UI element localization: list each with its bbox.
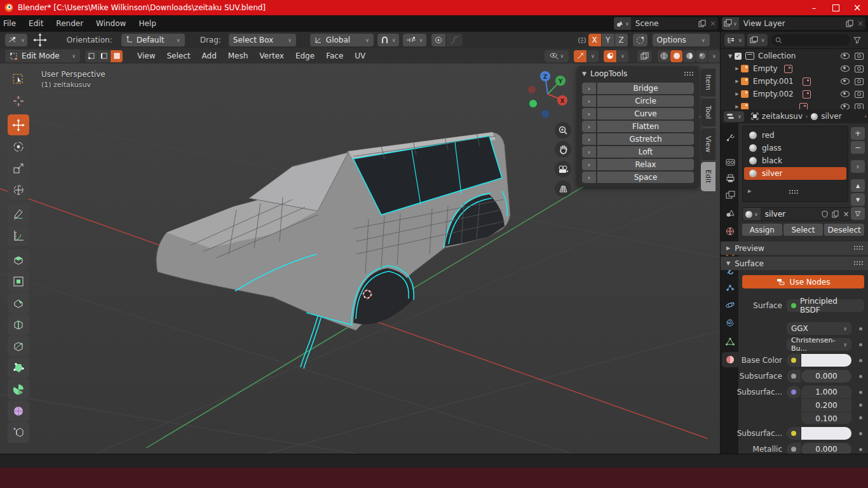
- active-tool-dropdown[interactable]: ∨: [5, 34, 27, 46]
- slot-move-up-button[interactable]: ▲: [851, 179, 865, 192]
- sidebar-tab-edit[interactable]: Edit: [701, 162, 715, 191]
- maximize-button[interactable]: [825, 0, 846, 15]
- minimize-button[interactable]: –: [803, 0, 825, 15]
- view-layer-selector[interactable]: ∨ View Layer ×: [722, 17, 865, 30]
- menu-help[interactable]: Help: [132, 15, 162, 32]
- rendered-shading-button[interactable]: [696, 50, 708, 62]
- measure-tool[interactable]: [8, 225, 29, 246]
- gizmo-dropdown[interactable]: ∨: [587, 50, 599, 62]
- sidebar-tab-tool[interactable]: Tool: [701, 98, 715, 126]
- sss-color-socket[interactable]: [787, 427, 801, 440]
- loft-expand-icon[interactable]: ›: [582, 146, 596, 158]
- empty002-render-camera-icon[interactable]: [855, 91, 864, 98]
- metallic-decorator[interactable]: [859, 448, 862, 451]
- add-slot-button[interactable]: +: [851, 127, 865, 140]
- material-specials-dropdown[interactable]: [851, 207, 865, 220]
- empty-render-camera-icon[interactable]: [855, 65, 864, 72]
- uv-menu[interactable]: UV: [349, 51, 371, 60]
- inset-faces-tool[interactable]: [8, 271, 29, 292]
- slot-black[interactable]: black: [744, 154, 846, 167]
- render-properties-tab[interactable]: [722, 154, 738, 169]
- collection-render-camera-icon[interactable]: [855, 53, 864, 60]
- vertex-select-mode-button[interactable]: [85, 50, 97, 62]
- circle-expand-icon[interactable]: ›: [582, 95, 596, 107]
- camera-view-button[interactable]: [555, 161, 571, 177]
- metallic-value[interactable]: 0.000: [801, 443, 851, 454]
- select-menu[interactable]: Select: [161, 51, 196, 60]
- extrude-region-tool[interactable]: [8, 249, 29, 270]
- xray-toggle[interactable]: [637, 50, 651, 62]
- mirror-z-toggle[interactable]: Z: [615, 34, 628, 46]
- sidebar-tab-view[interactable]: View: [701, 128, 715, 160]
- menu-window[interactable]: Window: [90, 15, 132, 32]
- sss-color-swatch[interactable]: [801, 427, 851, 440]
- empty-name[interactable]: Empty: [753, 64, 778, 73]
- bridge-button[interactable]: Bridge: [597, 83, 694, 94]
- proportional-editing-dropdown[interactable]: ∨: [403, 34, 426, 46]
- wireframe-shading-button[interactable]: [658, 50, 670, 62]
- particle-properties-tab[interactable]: [722, 280, 738, 295]
- loop-cut-tool[interactable]: [8, 314, 29, 335]
- collection-checkbox[interactable]: ✓: [735, 53, 742, 60]
- breadcrumb-material[interactable]: silver: [821, 112, 841, 121]
- outliner-row-empty002[interactable]: ▶ Empty.002: [721, 88, 868, 100]
- close-button[interactable]: ×: [846, 0, 868, 15]
- deselect-button[interactable]: Deselect: [824, 224, 864, 236]
- gstretch-button[interactable]: Gstretch: [597, 133, 694, 145]
- constraint-properties-tab[interactable]: [722, 315, 738, 330]
- world-properties-tab[interactable]: [722, 224, 738, 239]
- subsurface-socket[interactable]: [787, 370, 801, 383]
- scene-properties-tab[interactable]: [722, 205, 738, 220]
- space-expand-icon[interactable]: ›: [582, 172, 596, 183]
- surface-panel-header[interactable]: ▼ Surface: [721, 257, 868, 270]
- solid-shading-button[interactable]: [670, 50, 682, 62]
- preview-panel-header[interactable]: ▶ Preview: [721, 241, 868, 255]
- material-name-field[interactable]: silver: [761, 210, 819, 219]
- surface-shader-button[interactable]: Principled BSDF: [787, 299, 864, 312]
- editor-type-dropdown[interactable]: ∨: [724, 111, 744, 122]
- snap-dashed-icon[interactable]: [633, 34, 648, 46]
- fake-user-shield-icon[interactable]: [819, 210, 830, 218]
- mirror-x-toggle[interactable]: X: [588, 34, 601, 46]
- scale-tool[interactable]: [8, 158, 29, 179]
- tool-properties-tab[interactable]: [722, 129, 738, 144]
- subsurface-value[interactable]: 0.000: [801, 370, 851, 383]
- base-color-decorator[interactable]: [859, 359, 862, 362]
- slot-red[interactable]: red: [744, 129, 846, 142]
- collection-name[interactable]: Collection: [758, 51, 796, 60]
- show-gizmo-toggle[interactable]: [574, 50, 587, 62]
- slot-specials-dropdown[interactable]: ∨: [851, 160, 865, 173]
- empty-visibility-eye-icon[interactable]: [841, 65, 850, 72]
- add-menu[interactable]: Add: [196, 51, 222, 60]
- annotate-tool[interactable]: [8, 203, 29, 224]
- pan-hand-button[interactable]: [555, 141, 571, 158]
- looptools-drag-grip[interactable]: [684, 71, 694, 77]
- outliner-display-mode-dropdown[interactable]: ∨: [724, 34, 745, 46]
- slot-list-resize-grip[interactable]: [789, 189, 799, 195]
- sss-radius-decorator-z[interactable]: [859, 416, 862, 419]
- base-color-swatch[interactable]: [801, 354, 851, 367]
- flatten-button[interactable]: Flatten: [597, 121, 694, 132]
- shading-dropdown[interactable]: ∨: [709, 50, 720, 62]
- empty001-name[interactable]: Empty.001: [753, 77, 794, 86]
- relax-button[interactable]: Relax: [597, 159, 694, 170]
- outliner-filter-funnel-icon[interactable]: [850, 37, 864, 44]
- empty001-expand-icon[interactable]: ▶: [733, 79, 741, 84]
- curve-expand-icon[interactable]: ›: [582, 108, 596, 119]
- view-layer-browse-icon[interactable]: ∨: [722, 17, 739, 30]
- scene-selector[interactable]: ∨ Scene ×: [614, 17, 718, 30]
- circle-button[interactable]: Circle: [597, 95, 694, 107]
- looptools-collapse-icon[interactable]: ▼: [582, 71, 587, 77]
- view-menu[interactable]: View: [132, 51, 161, 60]
- drag-dropdown[interactable]: Select Box∨: [229, 34, 296, 46]
- empty002-name[interactable]: Empty.002: [753, 90, 794, 98]
- unlink-material-icon[interactable]: ×: [841, 210, 851, 219]
- assign-button[interactable]: Assign: [742, 224, 782, 236]
- smooth-tool[interactable]: [8, 400, 29, 421]
- slot-list-expand-icon[interactable]: ▶: [748, 189, 751, 194]
- overlays-dropdown[interactable]: ∨: [617, 50, 628, 62]
- slot-move-down-button[interactable]: ▼: [851, 193, 865, 206]
- sidebar-tab-item[interactable]: Item: [701, 69, 715, 97]
- falloff-icon[interactable]: [431, 34, 445, 46]
- bevel-tool[interactable]: [8, 292, 29, 313]
